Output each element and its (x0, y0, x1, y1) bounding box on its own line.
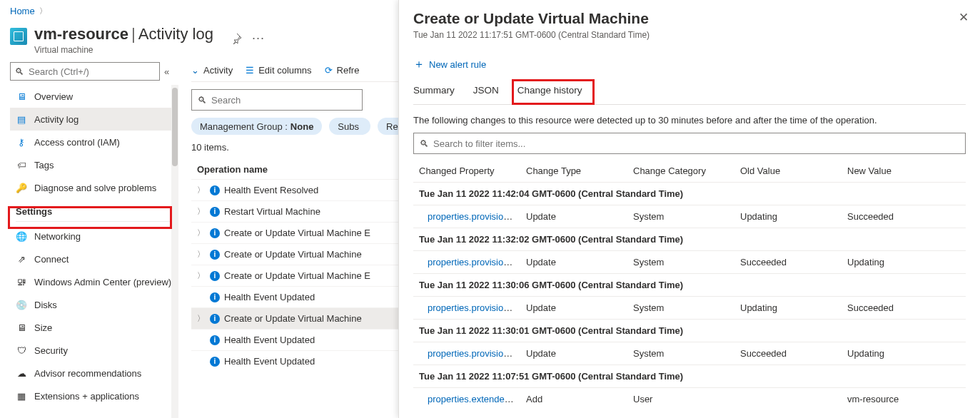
chevron-down-icon: ⌄ (191, 65, 199, 76)
change-category: System (627, 257, 734, 267)
filter-chip[interactable]: Subs (329, 118, 370, 135)
menu-icon: 🖳 (16, 276, 27, 287)
new-value: Updating (842, 257, 949, 267)
table-row: properties.provision...UpdateSystemSucce… (413, 342, 966, 365)
old-value: Succeeded (734, 348, 842, 359)
sidebar-item-label: Tags (34, 160, 54, 170)
changed-property-link[interactable]: properties.provision... (419, 211, 516, 222)
old-value: Updating (734, 211, 842, 222)
sidebar-search[interactable]: 🔍︎ (10, 62, 160, 81)
sidebar-item[interactable]: ☁Advisor recommendations (10, 362, 178, 384)
sidebar-item-label: Size (34, 322, 52, 333)
sidebar-item[interactable]: ⇗Connect (10, 248, 178, 270)
sidebar-item[interactable]: ▤Activity log (10, 108, 178, 131)
operation-label: Create or Update Virtual Machine (224, 313, 362, 324)
changed-property-link[interactable]: properties.extended... (419, 394, 517, 404)
toolbar-activity[interactable]: ⌄ Activity (191, 65, 233, 76)
new-alert-rule[interactable]: ＋ New alert rule (413, 57, 980, 72)
old-value: Succeeded (734, 257, 842, 267)
close-icon[interactable]: ✕ (959, 10, 969, 25)
sidebar-item[interactable]: 🖥Size (10, 316, 178, 339)
sidebar-item[interactable]: 🖳Windows Admin Center (preview) (10, 270, 178, 293)
more-icon[interactable]: ··· (252, 31, 265, 46)
search-icon: 🔍︎ (420, 138, 429, 149)
chevron-right-icon: 〉 (39, 6, 47, 16)
content-search-input[interactable] (211, 95, 356, 106)
sidebar-item[interactable]: 🖥Overview (10, 85, 178, 108)
panel-description: The following changes to this resource w… (399, 105, 980, 133)
change-group-header: Tue Jan 11 2022 11:30:01 GMT-0600 (Centr… (413, 319, 966, 342)
new-value: vm-resource (842, 394, 949, 404)
panel-tabs: Summary JSON Change history (413, 85, 966, 105)
menu-icon: ▦ (16, 390, 27, 402)
change-category: System (627, 302, 734, 313)
sidebar-item[interactable]: 🛡Security (10, 339, 178, 362)
new-value: Updating (842, 348, 949, 359)
changed-property-link[interactable]: properties.provision... (419, 257, 516, 267)
tab-change-history[interactable]: Change history (517, 85, 582, 104)
change-group-header: Tue Jan 11 2022 11:42:04 GMT-0600 (Centr… (413, 182, 966, 205)
change-type: Add (520, 394, 627, 404)
sidebar-item[interactable]: ▦Extensions + applications (10, 384, 178, 407)
sidebar-search-input[interactable] (29, 66, 155, 77)
sidebar-item-label: Disks (34, 300, 57, 310)
expand-icon[interactable]: 〉 (197, 270, 206, 281)
expand-icon[interactable]: 〉 (197, 228, 206, 238)
search-icon: 🔍︎ (15, 66, 24, 77)
refresh-icon: ⟳ (325, 65, 333, 76)
menu-icon: 🌐 (16, 230, 27, 242)
change-group-header: Tue Jan 11 2022 11:30:06 GMT-0600 (Centr… (413, 273, 966, 296)
operation-label: Health Event Updated (224, 292, 315, 302)
expand-icon[interactable]: 〉 (197, 206, 206, 217)
sidebar-item-label: Connect (34, 254, 69, 265)
columns-icon: ☰ (246, 65, 254, 76)
old-value: Updating (734, 302, 842, 313)
changes-table: Changed Property Change Type Change Cate… (413, 160, 966, 410)
toolbar-refresh[interactable]: ⟳ Refre (325, 65, 360, 76)
change-group-header: Tue Jan 11 2022 11:07:51 GMT-0600 (Centr… (413, 365, 966, 387)
info-icon: i (210, 292, 220, 302)
sidebar-item[interactable]: 🏷Tags (10, 153, 178, 176)
change-category: User (627, 394, 734, 404)
changed-property-link[interactable]: properties.provision... (419, 348, 516, 359)
plus-icon: ＋ (413, 57, 425, 72)
changed-property-link[interactable]: properties.provision... (419, 302, 516, 313)
change-category: System (627, 211, 734, 222)
pin-icon[interactable] (231, 33, 242, 44)
panel-filter-input[interactable] (433, 138, 959, 149)
toolbar-edit-columns[interactable]: ☰ Edit columns (246, 65, 311, 76)
filter-chip[interactable]: Management Group : None (191, 118, 322, 135)
expand-icon[interactable]: 〉 (197, 185, 206, 195)
content-search[interactable]: 🔍︎ (191, 89, 363, 111)
tab-summary[interactable]: Summary (413, 85, 455, 104)
menu-icon: 🛡 (16, 345, 27, 356)
change-type: Update (520, 302, 627, 313)
expand-icon[interactable]: 〉 (197, 313, 206, 324)
sidebar-item[interactable]: 🔑Diagnose and solve problems (10, 176, 178, 199)
expand-icon[interactable]: 〉 (197, 249, 206, 260)
panel-filter[interactable]: 🔍︎ (413, 133, 966, 154)
detail-panel: Create or Update Virtual Machine Tue Jan… (398, 0, 980, 418)
info-icon: i (210, 335, 220, 345)
sidebar-scrollbar[interactable] (171, 85, 178, 418)
panel-title: Create or Update Virtual Machine (413, 10, 966, 27)
tab-json[interactable]: JSON (473, 85, 499, 104)
table-header: Changed Property Change Type Change Cate… (413, 160, 966, 182)
operation-label: Restart Virtual Machine (224, 206, 320, 217)
sidebar-item[interactable]: 🌐Networking (10, 225, 178, 248)
sidebar-item-label: Windows Admin Center (preview) (34, 277, 171, 287)
breadcrumb-home[interactable]: Home (10, 6, 35, 16)
sidebar-item-label: Extensions + applications (34, 391, 139, 402)
sidebar-item-label: Access control (IAM) (34, 137, 120, 148)
page-subtitle: Virtual machine (34, 45, 213, 55)
menu-icon: 🖥 (16, 91, 27, 102)
collapse-sidebar-icon[interactable]: « (164, 66, 169, 77)
menu-icon: 💿 (16, 299, 27, 310)
new-value: Succeeded (842, 302, 949, 313)
sidebar-item[interactable]: ⚷Access control (IAM) (10, 131, 178, 153)
sidebar-item-label: Diagnose and solve problems (34, 183, 156, 193)
info-icon: i (210, 250, 220, 260)
table-row: properties.provision...UpdateSystemSucce… (413, 250, 966, 273)
sidebar-item[interactable]: 💿Disks (10, 293, 178, 316)
menu-icon: 🖥 (16, 322, 27, 333)
